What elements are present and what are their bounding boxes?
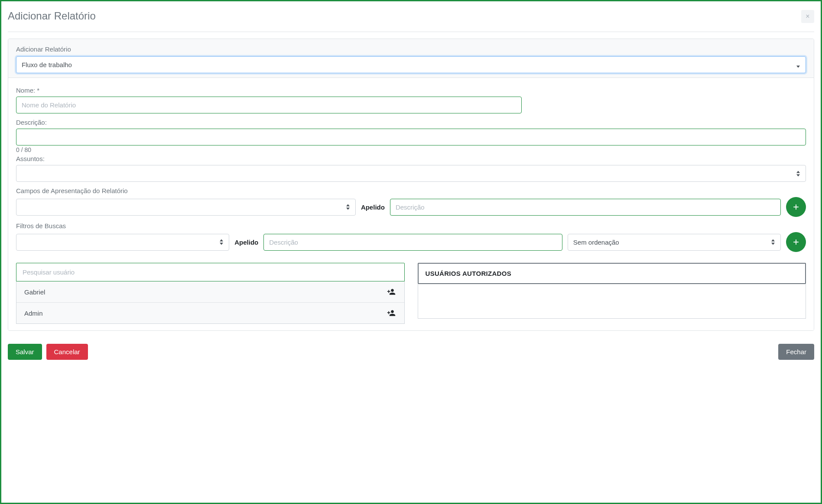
modal-header: Adicionar Relatório ×: [8, 8, 814, 32]
panel-header-label: Adicionar Relatório: [16, 45, 806, 53]
close-icon-button[interactable]: ×: [801, 10, 814, 23]
modal-footer: Salvar Cancelar Fechar: [8, 342, 814, 362]
subjects-label: Assuntos:: [16, 155, 806, 162]
add-user-icon[interactable]: [386, 288, 396, 296]
save-button[interactable]: Salvar: [8, 344, 42, 360]
authorized-users-list: [418, 284, 806, 319]
authorized-users-column: USUÁRIOS AUTORIZADOS: [418, 263, 806, 324]
panel-header: Adicionar Relatório Fluxo de trabalho: [8, 39, 814, 78]
modal-title: Adicionar Relatório: [8, 10, 96, 22]
list-item: Gabriel: [16, 281, 404, 303]
plus-icon: +: [793, 201, 799, 213]
description-label: Descrição:: [16, 119, 806, 126]
filter-field-select[interactable]: [16, 234, 229, 251]
available-user-list: Gabriel Admin: [16, 281, 405, 324]
presentation-field-select[interactable]: [16, 199, 356, 216]
list-item: Admin: [16, 303, 404, 323]
filter-apelido-label: Apelido: [234, 239, 258, 246]
add-filter-button[interactable]: +: [786, 232, 806, 252]
cancel-button[interactable]: Cancelar: [46, 344, 88, 360]
apelido-input[interactable]: [390, 199, 781, 216]
apelido-label: Apelido: [361, 204, 385, 211]
report-type-select[interactable]: Fluxo de trabalho: [16, 56, 806, 73]
close-icon: ×: [806, 13, 809, 20]
char-count: 0 / 80: [16, 146, 806, 153]
authorized-users-header: USUÁRIOS AUTORIZADOS: [418, 263, 806, 284]
panel-body: Nome: * Descrição: 0 / 80 Assuntos: Camp…: [8, 78, 814, 330]
add-presentation-button[interactable]: +: [786, 197, 806, 217]
user-columns: Gabriel Admin USUÁRIOS AUTORIZADOS: [16, 263, 806, 324]
subjects-select[interactable]: [16, 165, 806, 182]
plus-icon: +: [793, 236, 799, 248]
name-input[interactable]: [16, 97, 522, 113]
filters-label: Filtros de Buscas: [16, 222, 806, 229]
filter-order-select[interactable]: Sem ordenação: [568, 234, 781, 251]
description-input[interactable]: [16, 129, 806, 145]
search-user-input[interactable]: [16, 263, 405, 281]
available-users-column: Gabriel Admin: [16, 263, 405, 324]
presentation-label: Campos de Apresentação do Relatório: [16, 187, 806, 194]
add-user-icon[interactable]: [386, 309, 396, 317]
name-label: Nome: *: [16, 87, 806, 94]
filter-apelido-input[interactable]: [263, 234, 562, 251]
close-button[interactable]: Fechar: [778, 344, 814, 360]
user-name: Gabriel: [24, 288, 45, 296]
user-name: Admin: [24, 310, 43, 317]
report-panel: Adicionar Relatório Fluxo de trabalho No…: [8, 39, 814, 331]
